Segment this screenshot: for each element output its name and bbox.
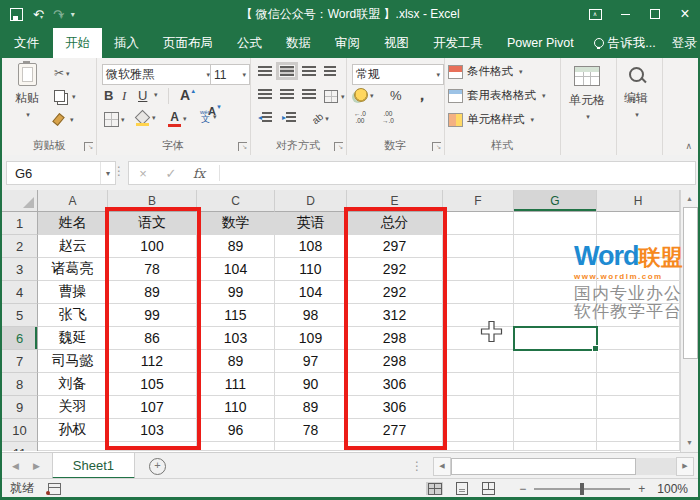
accounting-format-button[interactable] <box>354 88 374 102</box>
number-dialog-launcher[interactable]: ↘ <box>432 142 441 151</box>
cell-G4[interactable] <box>514 281 597 304</box>
cell-H5[interactable] <box>597 304 680 327</box>
ribbon-tab-2[interactable]: 页面布局 <box>151 28 225 58</box>
collapse-ribbon-icon[interactable]: ∧ <box>685 141 692 151</box>
cell-G3[interactable] <box>514 258 597 281</box>
row-header-11[interactable]: 11 <box>2 442 38 451</box>
cell-E10[interactable]: 277 <box>347 419 443 442</box>
insert-function-icon[interactable]: fx <box>185 166 213 181</box>
cut-button[interactable]: ✂ <box>54 66 70 80</box>
cell-C10[interactable]: 96 <box>197 419 275 442</box>
alignment-dialog-launcher[interactable]: ↘ <box>334 142 343 151</box>
selected-cell-outline[interactable] <box>513 326 598 351</box>
cell-D3[interactable]: 110 <box>275 258 347 281</box>
font-color-button[interactable]: A <box>168 110 187 126</box>
cell-H3[interactable] <box>597 258 680 281</box>
cell-G9[interactable] <box>514 396 597 419</box>
tell-me-box[interactable]: 告诉我... <box>586 28 664 58</box>
cell-E6[interactable]: 298 <box>347 327 443 350</box>
cell-C6[interactable]: 103 <box>197 327 275 350</box>
zoom-level[interactable]: 100% <box>657 482 700 496</box>
style-button-1[interactable]: 套用表格格式 <box>448 88 546 103</box>
fill-color-button[interactable] <box>136 110 156 125</box>
cell-A8[interactable]: 刘备 <box>38 373 108 396</box>
cell-B6[interactable]: 86 <box>108 327 197 350</box>
ribbon-tab-1[interactable]: 插入 <box>102 28 151 58</box>
cell-F9[interactable] <box>443 396 514 419</box>
cell-C5[interactable]: 115 <box>197 304 275 327</box>
cell-G10[interactable] <box>514 419 597 442</box>
minimize-button[interactable] <box>610 0 640 28</box>
cell-E9[interactable]: 306 <box>347 396 443 419</box>
cell-H1[interactable] <box>597 212 680 235</box>
maximize-button[interactable] <box>640 0 670 28</box>
undo-button[interactable]: ↶▾ <box>33 5 43 23</box>
sign-in-button[interactable]: 登录 <box>664 28 700 58</box>
cell-C4[interactable]: 99 <box>197 281 275 304</box>
merge-center-button[interactable] <box>324 89 345 103</box>
cells-button[interactable]: 单元格 <box>569 66 605 123</box>
cell-B1[interactable]: 语文 <box>108 212 197 235</box>
orientation-button[interactable]: ab <box>312 111 329 125</box>
name-box[interactable]: G6 ▾ <box>6 161 116 185</box>
percent-style-button[interactable]: % <box>390 88 402 103</box>
comma-style-button[interactable]: ， <box>414 85 430 106</box>
cell-B5[interactable]: 99 <box>108 304 197 327</box>
cell-B4[interactable]: 89 <box>108 281 197 304</box>
scroll-up-icon[interactable]: ▲ <box>681 190 698 206</box>
cell-E1[interactable]: 总分 <box>347 212 443 235</box>
cell-E3[interactable]: 292 <box>347 258 443 281</box>
cell-B9[interactable]: 107 <box>108 396 197 419</box>
cell-F3[interactable] <box>443 258 514 281</box>
row-header-7[interactable]: 7 <box>2 350 38 373</box>
column-header-A[interactable]: A <box>38 190 108 212</box>
cell-B8[interactable]: 105 <box>108 373 197 396</box>
ribbon-tab-4[interactable]: 数据 <box>274 28 323 58</box>
column-header-D[interactable]: D <box>275 190 347 212</box>
decrease-decimal-button[interactable]: .00→.0 <box>382 110 394 124</box>
font-dialog-launcher[interactable]: ↘ <box>238 142 247 151</box>
format-painter-button[interactable] <box>55 112 74 126</box>
save-icon[interactable] <box>10 8 23 21</box>
paste-button[interactable]: 粘贴 <box>6 63 48 121</box>
row-header-5[interactable]: 5 <box>2 304 38 327</box>
tab-file[interactable]: 文件 <box>0 28 53 58</box>
row-header-8[interactable]: 8 <box>2 373 38 396</box>
cell-C7[interactable]: 89 <box>197 350 275 373</box>
cell-G2[interactable] <box>514 235 597 258</box>
top-align-button[interactable] <box>258 66 272 76</box>
scroll-right-icon[interactable]: ▶ <box>676 457 694 476</box>
cell-E4[interactable]: 292 <box>347 281 443 304</box>
scroll-down-icon[interactable]: ▼ <box>681 434 698 450</box>
cell-D5[interactable]: 98 <box>275 304 347 327</box>
cell-F5[interactable] <box>443 304 514 327</box>
cell-B2[interactable]: 100 <box>108 235 197 258</box>
macro-record-icon[interactable] <box>48 483 61 495</box>
cell-B3[interactable]: 78 <box>108 258 197 281</box>
cell-H2[interactable] <box>597 235 680 258</box>
cell-A1[interactable]: 姓名 <box>38 212 108 235</box>
bold-button[interactable]: B <box>104 88 113 103</box>
cell-A2[interactable]: 赵云 <box>38 235 108 258</box>
zoom-out-icon[interactable]: − <box>519 482 526 496</box>
cell-D8[interactable]: 90 <box>275 373 347 396</box>
cell-E2[interactable]: 297 <box>347 235 443 258</box>
enter-icon[interactable]: ✓ <box>157 166 185 181</box>
cell-H9[interactable] <box>597 396 680 419</box>
number-format-select[interactable]: 常规 <box>352 64 444 85</box>
cell-C1[interactable]: 数学 <box>197 212 275 235</box>
cell-B10[interactable]: 103 <box>108 419 197 442</box>
cell-H6[interactable] <box>597 327 680 350</box>
cell-D7[interactable]: 97 <box>275 350 347 373</box>
cell-H10[interactable] <box>597 419 680 442</box>
scroll-left-icon[interactable]: ◀ <box>433 457 451 476</box>
ribbon-tab-3[interactable]: 公式 <box>225 28 274 58</box>
close-button[interactable]: × <box>670 0 700 28</box>
row-header-10[interactable]: 10 <box>2 419 38 442</box>
cell-F6[interactable] <box>443 327 514 350</box>
cell-B7[interactable]: 112 <box>108 350 197 373</box>
cell-A10[interactable]: 孙权 <box>38 419 108 442</box>
style-button-2[interactable]: 单元格样式 <box>448 112 534 127</box>
zoom-in-icon[interactable]: + <box>638 482 645 496</box>
cell-E8[interactable]: 306 <box>347 373 443 396</box>
